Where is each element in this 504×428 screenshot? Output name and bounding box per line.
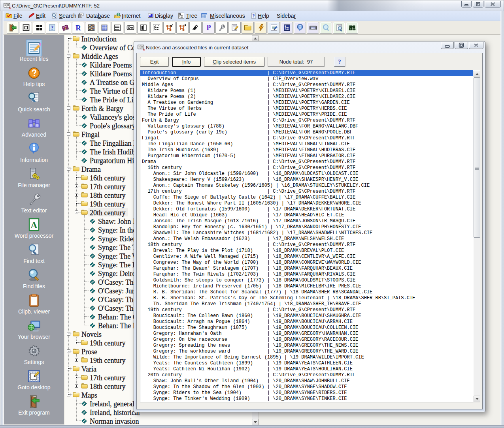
svg-text:WW: WW (89, 25, 94, 28)
svg-text:P: P (206, 24, 211, 32)
svg-text:?: ? (51, 25, 53, 31)
svg-text:WW: WW (89, 28, 94, 30)
svg-text:A: A (30, 220, 38, 230)
svg-text:?: ? (253, 13, 255, 19)
svg-text:R: R (76, 24, 81, 32)
